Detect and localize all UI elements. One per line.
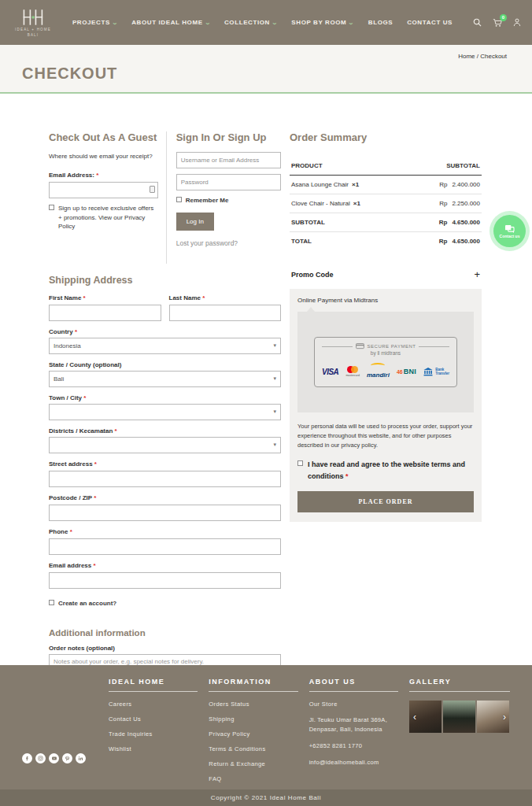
order-summary-table: PRODUCT SUBTOTAL Asana Lounge Chair×1 Rp… [290, 157, 482, 250]
table-row: Asana Lounge Chair×1 Rp2.400.000 [290, 176, 482, 194]
chevron-down-icon: ⌄ [112, 20, 119, 26]
remember-me-label: Remember Me [186, 196, 229, 205]
first-name-input[interactable] [49, 305, 161, 321]
promo-code-toggle[interactable]: Promo Code + [290, 269, 482, 279]
checkbox[interactable] [49, 205, 54, 210]
email-address-input[interactable] [49, 572, 281, 589]
item-name: Asana Lounge Chair [291, 181, 349, 188]
mastercard-logo: mastercard [345, 366, 360, 377]
credit-card-icon [356, 343, 364, 349]
select-arrow-icon: ▾ [273, 409, 276, 415]
select-arrow-icon: ▾ [273, 342, 276, 349]
nav-collection[interactable]: COLLECTION⌄ [224, 19, 277, 26]
linkedin-icon[interactable] [76, 753, 86, 763]
create-account-label: Create an account? [58, 599, 116, 608]
subtotal-row: SUBTOTAL Rp4.650.000 [290, 213, 482, 232]
instagram-icon[interactable] [35, 753, 46, 763]
checkbox[interactable] [297, 460, 303, 466]
guest-email-input[interactable] [49, 182, 158, 198]
district-select[interactable]: ▾ [49, 437, 281, 453]
lost-password-link[interactable]: Lost your password? [176, 239, 281, 247]
chevron-down-icon: ⌄ [348, 20, 355, 26]
guest-title: Check Out As A Guest [49, 131, 158, 144]
chat-icon [504, 224, 515, 233]
footer-email[interactable]: info@idealhomebali.com [309, 758, 398, 767]
last-name-field: Last Name * [169, 294, 282, 321]
terms-checkbox-row[interactable]: I have read and agree to the website ter… [297, 459, 474, 482]
footer-link-trade-inquiries[interactable]: Trade Inquiries [109, 730, 198, 738]
remember-me-row[interactable]: Remember Me [176, 196, 281, 205]
site-footer: IDEAL HOME Careers Contact Us Trade Inqu… [0, 665, 532, 789]
nav-shop-by-room[interactable]: SHOP BY ROOM⌄ [291, 19, 354, 26]
contact-us-fab[interactable]: Contact us [493, 215, 526, 247]
signup-offers-checkbox-row[interactable]: Sign up to receive exclusive offers + pr… [49, 204, 158, 231]
footer-link-shipping[interactable]: Shipping [209, 715, 297, 723]
gallery-image[interactable] [443, 701, 475, 733]
subtotal-value: 4.650.000 [452, 219, 480, 226]
nav-contact-us[interactable]: CONTACT US [407, 19, 453, 26]
footer-col-about-us: ABOUT US Our Store Jl. Teuku Umar Barat … [309, 678, 398, 789]
signin-title: Sign In Or Sign Up [176, 131, 281, 144]
phone-input[interactable] [49, 538, 281, 555]
breadcrumb: Home / Checkout [22, 53, 507, 60]
create-account-row[interactable]: Create an account? [49, 599, 281, 608]
username-input[interactable] [176, 152, 281, 168]
order-notes-textarea[interactable] [49, 654, 281, 665]
country-field: Country * Indonesia▾ [49, 328, 281, 354]
gallery-prev-icon[interactable]: ‹ [413, 712, 416, 723]
facebook-icon[interactable] [22, 753, 32, 763]
login-button[interactable]: Log In [176, 213, 214, 231]
footer-link-orders-status[interactable]: Orders Status [209, 701, 297, 708]
guest-subtitle: Where should we email your receipt? [49, 152, 158, 161]
place-order-button[interactable]: PLACE ORDER [297, 491, 474, 512]
checkout-page: IDEAL + HOME BALI PROJECTS⌄ ABOUT IDEAL … [0, 0, 532, 806]
postcode-field: Postcode / ZIP * [49, 494, 281, 521]
cart-icon[interactable]: 0 [493, 18, 502, 28]
postcode-input[interactable] [49, 505, 281, 521]
account-icon[interactable] [513, 18, 521, 27]
order-notes-label: Order notes (optional) [49, 645, 281, 652]
footer-link-faq[interactable]: FAQ [209, 775, 297, 782]
nav-about[interactable]: ABOUT IDEAL HOME⌄ [131, 19, 210, 26]
plus-icon[interactable]: + [474, 269, 480, 279]
copyright-text: Copyright © 2021 Ideal Home Bali [211, 794, 321, 801]
footer-col-title: IDEAL HOME [109, 678, 198, 692]
pinterest-icon[interactable] [62, 753, 72, 763]
col-product: PRODUCT [291, 162, 323, 169]
footer-link-wishlist[interactable]: Wishlist [109, 745, 198, 752]
footer-link-contact-us[interactable]: Contact Us [109, 715, 198, 723]
order-table-header: PRODUCT SUBTOTAL [290, 157, 482, 176]
youtube-icon[interactable] [49, 753, 59, 763]
left-column: Check Out As A Guest Where should we ema… [49, 131, 281, 665]
footer-link-privacy-policy[interactable]: Privacy Policy [209, 730, 297, 738]
gallery-next-icon[interactable]: › [503, 712, 506, 723]
breadcrumb-home-link[interactable]: Home [458, 53, 475, 60]
autofill-icon[interactable] [150, 186, 155, 193]
payment-method-label[interactable]: Online Payment via Midtrans [297, 297, 474, 304]
checkbox[interactable] [49, 600, 54, 605]
state-select[interactable]: Bali▾ [49, 371, 281, 387]
footer-col-title: GALLERY [409, 678, 510, 692]
col-subtotal: SUBTOTAL [446, 162, 480, 169]
password-input[interactable] [176, 174, 281, 190]
town-select[interactable]: ▾ [49, 404, 281, 420]
search-icon[interactable] [473, 18, 482, 27]
nav-projects[interactable]: PROJECTS⌄ [72, 19, 117, 26]
checkbox[interactable] [176, 197, 182, 202]
footer-link-our-store[interactable]: Our Store [309, 701, 398, 708]
street-input[interactable] [49, 471, 281, 487]
first-name-field: First Name * [49, 294, 161, 321]
nav-blogs[interactable]: BLOGS [368, 19, 393, 26]
district-field: Districts / Kecamatan * ▾ [49, 427, 281, 453]
country-select[interactable]: Indonesia▾ [49, 338, 281, 354]
footer-link-returns[interactable]: Return & Exchange [209, 760, 297, 767]
site-logo[interactable]: IDEAL + HOME BALI [13, 9, 54, 37]
footer-address: Jl. Teuku Umar Barat 369A, Denpasar, Bal… [309, 715, 396, 734]
footer-link-terms[interactable]: Terms & Conditions [209, 745, 297, 752]
last-name-input[interactable] [169, 305, 282, 321]
visa-logo: VISA [322, 368, 338, 376]
chevron-down-icon: ⌄ [272, 20, 279, 26]
footer-link-careers[interactable]: Careers [109, 701, 198, 708]
cart-count-badge: 0 [500, 14, 507, 21]
midtrans-byline: by ⦀ midtrans [322, 350, 449, 357]
